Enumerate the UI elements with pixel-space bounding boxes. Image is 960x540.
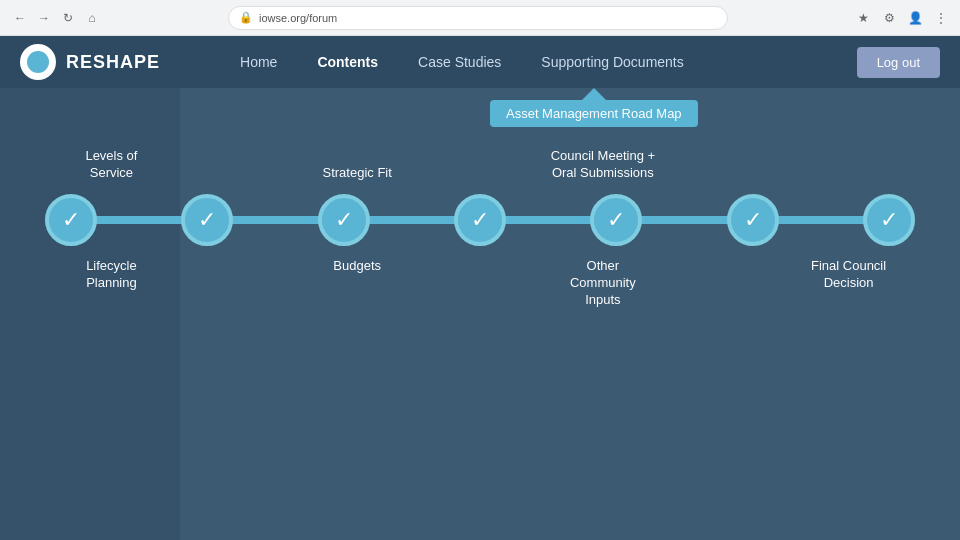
nav-case-studies[interactable]: Case Studies bbox=[418, 54, 501, 70]
nav-supporting-docs[interactable]: Supporting Documents bbox=[541, 54, 683, 70]
nav-home[interactable]: Home bbox=[240, 54, 277, 70]
logo-inner bbox=[27, 51, 49, 73]
brand-name: RESHAPE bbox=[66, 52, 160, 73]
logo-area: RESHAPE bbox=[20, 44, 160, 80]
node-2[interactable]: ✓ bbox=[181, 194, 233, 246]
node-1[interactable]: ✓ bbox=[45, 194, 97, 246]
node-5[interactable]: ✓ bbox=[590, 194, 642, 246]
menu-icon[interactable]: ⚙ bbox=[880, 9, 898, 27]
check-icon-1: ✓ bbox=[62, 207, 80, 233]
logo-circle bbox=[20, 44, 56, 80]
address-bar[interactable]: 🔒 iowse.org/forum bbox=[228, 6, 728, 30]
url-text: iowse.org/forum bbox=[259, 12, 337, 24]
refresh-button[interactable]: ↻ bbox=[58, 8, 78, 28]
nav-contents[interactable]: Contents bbox=[317, 54, 378, 70]
check-icon-2: ✓ bbox=[198, 207, 216, 233]
label-lifecycle-planning: Lifecycle Planning bbox=[50, 258, 173, 292]
forward-button[interactable]: → bbox=[34, 8, 54, 28]
star-icon[interactable]: ★ bbox=[854, 9, 872, 27]
main-content: Levels of Service Strategic Fit Council … bbox=[0, 88, 960, 540]
roadmap-container: Levels of Service Strategic Fit Council … bbox=[40, 148, 920, 308]
labels-top: Levels of Service Strategic Fit Council … bbox=[40, 148, 920, 182]
app-container: RESHAPE Home Contents Case Studies Suppo… bbox=[0, 36, 960, 540]
node-4[interactable]: ✓ bbox=[454, 194, 506, 246]
home-button[interactable]: ⌂ bbox=[82, 8, 102, 28]
timeline-nodes: ✓ ✓ ✓ ✓ ✓ ✓ bbox=[40, 194, 920, 246]
browser-nav: ← → ↻ ⌂ bbox=[10, 8, 102, 28]
back-button[interactable]: ← bbox=[10, 8, 30, 28]
node-3[interactable]: ✓ bbox=[318, 194, 370, 246]
browser-chrome: ← → ↻ ⌂ 🔒 iowse.org/forum ★ ⚙ 👤 ⋮ bbox=[0, 0, 960, 36]
logout-button[interactable]: Log out bbox=[857, 47, 940, 78]
browser-icons: ★ ⚙ 👤 ⋮ bbox=[854, 9, 950, 27]
contents-dropdown: Asset Management Road Map bbox=[490, 88, 698, 127]
navbar: RESHAPE Home Contents Case Studies Suppo… bbox=[0, 36, 960, 88]
check-icon-7: ✓ bbox=[880, 207, 898, 233]
node-6[interactable]: ✓ bbox=[727, 194, 779, 246]
nav-right: Log out bbox=[857, 47, 940, 78]
check-icon-5: ✓ bbox=[607, 207, 625, 233]
dropdown-box[interactable]: Asset Management Road Map bbox=[490, 100, 698, 127]
dropdown-arrow bbox=[582, 88, 606, 100]
label-council-meeting: Council Meeting + Oral Submissions bbox=[541, 148, 664, 182]
check-icon-4: ✓ bbox=[471, 207, 489, 233]
timeline-row: ✓ ✓ ✓ ✓ ✓ ✓ bbox=[40, 194, 920, 246]
label-strategic-fit: Strategic Fit bbox=[296, 165, 419, 182]
nav-links: Home Contents Case Studies Supporting Do… bbox=[240, 54, 857, 70]
label-budgets: Budgets bbox=[296, 258, 419, 275]
label-other-community: Other Community Inputs bbox=[541, 258, 664, 309]
account-icon[interactable]: 👤 bbox=[906, 9, 924, 27]
label-final-council: Final Council Decision bbox=[787, 258, 910, 292]
check-icon-6: ✓ bbox=[744, 207, 762, 233]
node-7[interactable]: ✓ bbox=[863, 194, 915, 246]
more-icon[interactable]: ⋮ bbox=[932, 9, 950, 27]
check-icon-3: ✓ bbox=[335, 207, 353, 233]
label-levels-of-service: Levels of Service bbox=[50, 148, 173, 182]
labels-bottom: Lifecycle Planning Budgets Other Communi… bbox=[40, 258, 920, 309]
